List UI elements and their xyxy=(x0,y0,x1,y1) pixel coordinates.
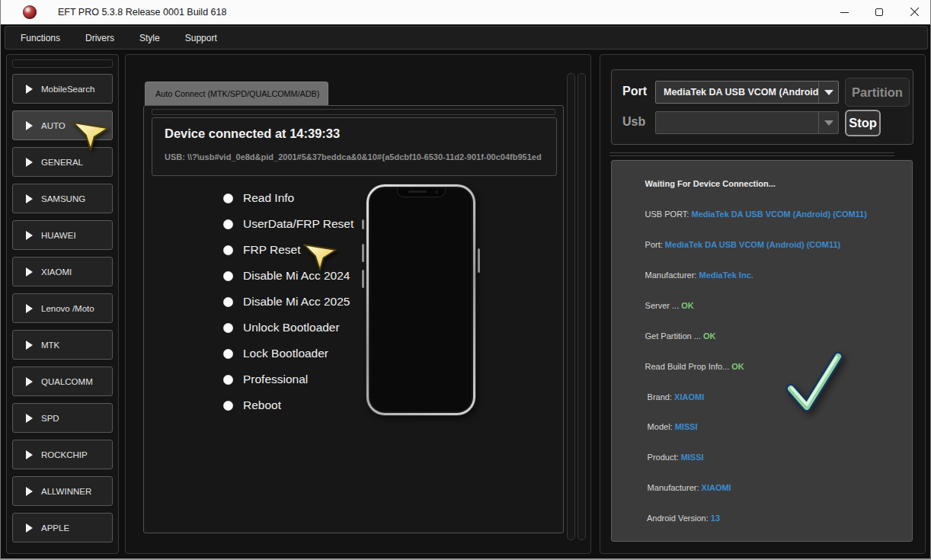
dropdown-arrow-box[interactable] xyxy=(818,112,838,133)
stop-button[interactable]: Stop xyxy=(845,110,881,136)
sidebar-item[interactable]: Lenovo /Moto xyxy=(12,293,113,323)
menu-item[interactable]: Support xyxy=(185,33,217,43)
operation-label: Lock Bootloader xyxy=(243,347,328,360)
arrow-right-icon xyxy=(26,267,33,277)
log-label: Port: xyxy=(645,240,665,249)
log-label: Waiting For Device Connection... xyxy=(645,179,776,188)
log-label: Read Build Prop Info... xyxy=(645,362,732,371)
phone-volume-down-key xyxy=(362,270,364,288)
log-value: XIAOMI xyxy=(702,483,731,492)
port-dropdown[interactable]: MediaTek DA USB VCOM (Android) xyxy=(655,81,839,104)
arrow-right-icon xyxy=(26,304,33,313)
arrow-right-icon xyxy=(26,523,33,533)
phone-camera xyxy=(435,190,438,194)
maximize-button[interactable] xyxy=(862,0,897,24)
sidebar-item[interactable]: ROCKCHIP xyxy=(12,440,113,469)
radio-icon[interactable] xyxy=(223,194,233,203)
sidebar-item[interactable]: MTK xyxy=(12,330,113,360)
sidebar-item[interactable]: XIAOMI xyxy=(12,257,113,286)
log-line: Waiting For Device Connection... xyxy=(622,169,912,200)
operation-radio-row[interactable]: UserData/FRP Reset xyxy=(223,211,354,237)
operation-radio-row[interactable]: Unlock Bootloader xyxy=(223,315,354,341)
sidebar-item-label: MTK xyxy=(41,341,59,350)
sidebar-item[interactable]: SAMSUNG xyxy=(12,184,113,213)
log-value: OK xyxy=(731,362,744,371)
menu-bar: Functions Drivers Style Support xyxy=(5,26,928,50)
minimize-button[interactable] xyxy=(827,0,862,24)
auto-connect-groupbox: Device connected at 14:39:33 USB: \\?\us… xyxy=(143,105,564,533)
arrow-right-icon xyxy=(26,450,33,459)
operation-radio-row[interactable]: Read Info xyxy=(223,185,354,211)
port-label: Port xyxy=(622,85,647,98)
vertical-scroll-strip[interactable] xyxy=(567,73,575,540)
log-line: Security Patch: 2024-02-01 xyxy=(622,534,912,542)
radio-icon[interactable] xyxy=(223,271,233,281)
operation-radio-row[interactable]: Professional xyxy=(223,366,354,392)
arrow-right-icon xyxy=(26,487,33,496)
log-value: MISSI xyxy=(681,453,704,462)
menu-item[interactable]: Drivers xyxy=(85,33,114,43)
radio-icon[interactable] xyxy=(223,297,233,307)
log-label: Server ... xyxy=(645,301,682,310)
sidebar-item-label: SPD xyxy=(41,414,59,423)
radio-icon[interactable] xyxy=(223,323,233,333)
log-line: Brand: XIAOMI xyxy=(622,382,912,412)
usb-dropdown[interactable] xyxy=(655,111,839,134)
sidebar-item[interactable]: MobileSearch xyxy=(12,74,113,104)
vertical-scroll-strip[interactable] xyxy=(577,73,586,540)
minimize-icon xyxy=(840,12,849,13)
operation-radio-row[interactable]: Disable Mi Acc 2025 xyxy=(223,289,354,315)
arrow-right-icon xyxy=(26,414,33,423)
radio-icon[interactable] xyxy=(223,375,233,385)
close-button[interactable] xyxy=(897,0,931,24)
radio-icon[interactable] xyxy=(223,245,233,255)
menu-item[interactable]: Style xyxy=(139,33,160,43)
sidebar-item-label: Lenovo /Moto xyxy=(41,304,94,313)
sidebar-item[interactable]: QUALCOMM xyxy=(12,366,113,396)
sidebar-item-label: APPLE xyxy=(41,523,69,533)
log-label: Brand: xyxy=(645,392,675,402)
menu-item[interactable]: Functions xyxy=(21,33,60,43)
port-groupbox: Port MediaTek DA USB VCOM (Android) Part… xyxy=(611,69,913,145)
operation-radio-row[interactable]: Reboot xyxy=(223,392,354,418)
chevron-down-icon xyxy=(824,120,833,126)
log-line: Get Partition ... OK xyxy=(622,321,912,351)
titlebar: EFT PRO 5.3.8 Release 0001 Build 618 xyxy=(1,0,930,24)
log-label: Android Version: xyxy=(645,514,711,523)
arrow-right-icon xyxy=(26,341,33,350)
operation-radio-row[interactable]: Lock Bootloader xyxy=(223,341,354,366)
log-value: OK xyxy=(703,331,716,341)
dropdown-arrow-box[interactable] xyxy=(818,82,838,103)
radio-icon[interactable] xyxy=(223,401,233,411)
sidebar-item[interactable]: SPD xyxy=(12,403,113,433)
sidebar-item-label: HUAWEI xyxy=(41,231,76,240)
radio-icon[interactable] xyxy=(223,349,233,359)
phone-speaker xyxy=(408,190,427,193)
log-value: MediaTek DA USB VCOM (Android) (COM11) xyxy=(692,210,867,219)
phone-image xyxy=(366,184,475,415)
log-line: Product: MISSI xyxy=(622,443,912,473)
log-value: OK xyxy=(681,301,694,310)
sidebar-item[interactable]: APPLE xyxy=(12,513,113,542)
success-check-icon xyxy=(783,346,846,419)
log-value: MediaTek DA USB VCOM (Android) (COM11) xyxy=(665,240,840,249)
log-line: Android Version: 13 xyxy=(622,504,912,534)
device-connected-header: Device connected at 14:39:33 xyxy=(165,126,544,141)
operation-options: Read Info UserData/FRP Reset FRP Reset xyxy=(223,185,354,418)
partition-button[interactable]: Partition xyxy=(845,78,910,107)
tab-auto-connect[interactable]: Auto Connect (MTK/SPD/QUALCOMM/ADB) xyxy=(145,82,328,105)
operation-label: Disable Mi Acc 2025 xyxy=(243,295,350,309)
sidebar-item[interactable]: HUAWEI xyxy=(12,220,113,250)
log-label: Product: xyxy=(645,453,681,462)
connection-panel: Port MediaTek DA USB VCOM (Android) Part… xyxy=(600,54,926,554)
sidebar-item-label: ROCKCHIP xyxy=(41,450,88,459)
cursor-pointer-icon xyxy=(71,117,110,155)
arrow-right-icon xyxy=(26,85,33,94)
sidebar-item[interactable]: ALLWINNER xyxy=(12,476,113,506)
log-label: Manufacturer: xyxy=(645,483,702,492)
phone-screen xyxy=(369,187,473,413)
arrow-right-icon xyxy=(26,194,33,203)
radio-icon[interactable] xyxy=(223,219,233,229)
app-logo-icon xyxy=(23,5,37,19)
phone-power-key xyxy=(478,248,480,273)
